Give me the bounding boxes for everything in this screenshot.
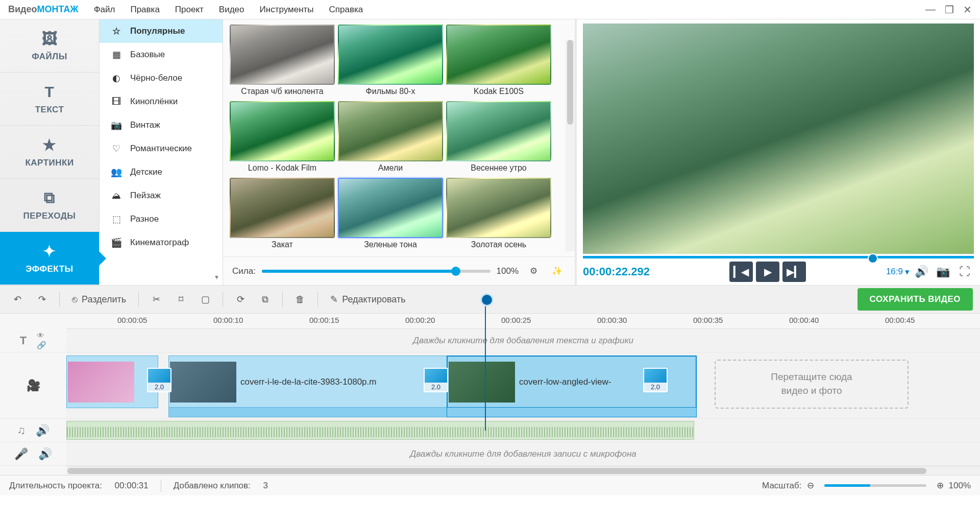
tab-files[interactable]: 🖼ФАЙЛЫ — [0, 19, 99, 73]
maximize-icon[interactable]: ❐ — [945, 4, 954, 16]
cat-landscape[interactable]: ⛰Пейзаж — [100, 184, 223, 207]
link-icon[interactable]: 🔗 — [37, 341, 46, 350]
effect-card[interactable]: Lomo - Kodak Film — [230, 101, 335, 175]
cat-kids[interactable]: 👥Детские — [100, 160, 223, 184]
chevron-down-icon[interactable]: ▾ — [215, 273, 218, 281]
split-button[interactable]: ⎋Разделить — [67, 289, 131, 310]
cat-basic[interactable]: ▦Базовые — [100, 43, 223, 66]
logo-part2: МОНТАЖ — [37, 4, 79, 15]
video-dropzone[interactable]: Перетащите сюдавидео и фото — [715, 360, 909, 409]
cat-popular[interactable]: ☆Популярные — [100, 19, 223, 43]
pencil-icon: ✎ — [330, 294, 338, 305]
clapper-icon: 🎬 — [111, 237, 122, 248]
effect-label: Kodak E100S — [446, 85, 551, 98]
effect-thumb — [446, 101, 551, 161]
play-button[interactable]: ▶ — [756, 262, 779, 282]
effect-card[interactable]: Kodak E100S — [446, 25, 551, 98]
kids-icon: 👥 — [111, 167, 122, 178]
delete-button[interactable]: 🗑 — [290, 289, 310, 310]
track-video: 🎥 2.0 coverr-i-le-de-la-cite-3983-1080p.… — [0, 352, 980, 419]
menubar: ВидеоМОНТАЖ Файл Правка Проект Видео Инс… — [0, 0, 980, 19]
tab-pictures[interactable]: ★КАРТИНКИ — [0, 126, 99, 179]
duplicate-button[interactable]: ⧉ — [255, 289, 275, 310]
tab-text[interactable]: TТЕКСТ — [0, 73, 99, 126]
effect-card[interactable]: Весеннее утро — [446, 101, 551, 175]
zoom-out-icon[interactable]: ⊖ — [807, 480, 814, 491]
zoom-slider[interactable] — [824, 484, 926, 487]
cat-romantic[interactable]: ♡Романтические — [100, 137, 223, 160]
transition-icon: ⧉ — [44, 189, 55, 207]
transition-2[interactable]: 2.0 — [424, 368, 448, 392]
edit-button[interactable]: ✎Редактировать — [325, 289, 410, 310]
aspect-ratio-dropdown[interactable]: 16:9 ▾ — [886, 267, 910, 277]
video-track-body[interactable]: 2.0 coverr-i-le-de-la-cite-3983-1080p.m … — [66, 352, 980, 418]
transition-1[interactable]: 2.0 — [147, 368, 172, 392]
duration-label: Длительность проекта: — [9, 481, 102, 491]
ruler-mark: 00:00:35 — [693, 316, 723, 324]
eye-icon[interactable]: 👁 — [37, 331, 46, 340]
star-outline-icon: ☆ — [111, 26, 122, 37]
cat-film[interactable]: 🎞Киноплёнки — [100, 90, 223, 113]
crop-button[interactable]: ⌑ — [170, 289, 191, 310]
side-tabs: 🖼ФАЙЛЫ TТЕКСТ ★КАРТИНКИ ⧉ПЕРЕХОДЫ ✦ЭФФЕК… — [0, 19, 100, 285]
effect-thumb — [230, 178, 335, 238]
minimize-icon[interactable]: — — [925, 4, 936, 16]
menu-edit[interactable]: Правка — [130, 5, 159, 15]
heart-icon: ♡ — [111, 143, 122, 154]
effect-card[interactable]: Старая ч/б кинолента — [230, 25, 335, 98]
playhead[interactable] — [485, 298, 486, 431]
settings-icon[interactable]: ⚙ — [525, 263, 542, 280]
fullscreen-icon[interactable]: ⛶ — [955, 263, 974, 281]
star-icon: ★ — [42, 136, 57, 154]
menu-help[interactable]: Справка — [329, 5, 363, 15]
cat-bw[interactable]: ◐Чёрно-белое — [100, 66, 223, 90]
menu-tools[interactable]: Инструменты — [260, 5, 314, 15]
next-frame-button[interactable]: ▶▎ — [782, 262, 806, 282]
effect-card[interactable]: Золотая осень — [446, 178, 551, 251]
menu-project[interactable]: Проект — [175, 5, 204, 15]
zoom-in-icon[interactable]: ⊕ — [937, 480, 944, 491]
prev-frame-button[interactable]: ▎◀ — [729, 262, 753, 282]
ruler-mark: 00:00:40 — [789, 316, 819, 324]
tab-transitions[interactable]: ⧉ПЕРЕХОДЫ — [0, 179, 99, 232]
effect-card[interactable]: Закат — [230, 178, 335, 251]
transition-3[interactable]: 2.0 — [643, 368, 668, 392]
cat-vintage[interactable]: 📷Винтаж — [100, 113, 223, 137]
effect-bar-1[interactable] — [168, 407, 495, 417]
mic-track-body[interactable]: Дважды кликните для добавления записи с … — [66, 442, 980, 465]
cat-cinema[interactable]: 🎬Кинематограф — [100, 231, 223, 254]
effect-bar-2[interactable] — [447, 407, 697, 417]
cut-button[interactable]: ✂ — [146, 289, 166, 310]
snapshot-icon[interactable]: 📷 — [934, 263, 952, 281]
audio-clip[interactable] — [66, 421, 694, 440]
cat-misc[interactable]: ⬚Разное — [100, 207, 223, 231]
redo-button[interactable]: ↷ — [32, 289, 52, 310]
close-icon[interactable]: ✕ — [963, 4, 972, 16]
rotate-button[interactable]: ⟳ — [230, 289, 251, 310]
speaker-icon[interactable]: 🔊 — [38, 447, 52, 461]
tab-effects[interactable]: ✦ЭФФЕКТЫ — [0, 232, 99, 285]
timeline-ruler[interactable]: 00:00:0500:00:1000:00:1500:00:2000:00:25… — [66, 314, 980, 329]
frame-button[interactable]: ▢ — [195, 289, 215, 310]
text-track-body[interactable]: Дважды кликните для добавления текста и … — [66, 329, 980, 352]
menu-video[interactable]: Видео — [219, 5, 244, 15]
strength-row: Сила: 100% ⚙ ✨ — [223, 256, 575, 285]
volume-icon[interactable]: 🔊 — [913, 263, 931, 281]
preview-progress[interactable] — [583, 256, 974, 258]
save-video-button[interactable]: СОХРАНИТЬ ВИДЕО — [857, 288, 973, 311]
audio-track-body[interactable] — [66, 419, 980, 442]
strength-slider[interactable] — [262, 270, 491, 273]
effect-thumb — [230, 101, 335, 161]
effect-label: Фильмы 80-х — [338, 85, 443, 98]
effect-card[interactable]: Фильмы 80-х — [338, 25, 443, 98]
preview-video[interactable] — [583, 23, 974, 254]
wand-apply-icon[interactable]: ✨ — [548, 263, 566, 280]
effect-card[interactable]: Амели — [338, 101, 443, 175]
video-clip-1[interactable] — [66, 356, 158, 408]
effects-scrollbar[interactable] — [566, 40, 575, 251]
menu-file[interactable]: Файл — [94, 5, 115, 15]
speaker-icon[interactable]: 🔊 — [36, 424, 50, 437]
effect-card[interactable]: Зеленые тона — [338, 178, 443, 251]
undo-button[interactable]: ↶ — [7, 289, 28, 310]
timeline-scrollbar[interactable] — [66, 466, 980, 475]
